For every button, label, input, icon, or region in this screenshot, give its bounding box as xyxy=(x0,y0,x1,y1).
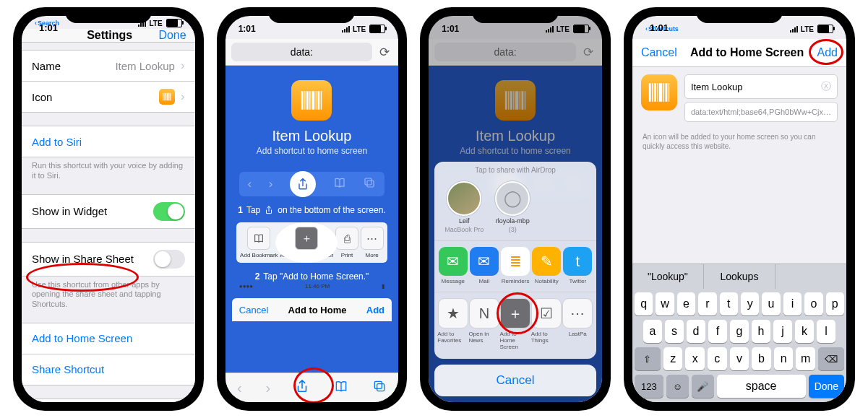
safari-address-bar: data: ⟳ xyxy=(225,39,399,66)
key[interactable]: k xyxy=(795,320,814,343)
key[interactable]: j xyxy=(773,320,792,343)
row-name[interactable]: Name Item Lookup› xyxy=(22,51,195,82)
share-icon[interactable] xyxy=(294,378,310,398)
add-button[interactable]: Add xyxy=(817,46,838,59)
done-button[interactable]: Done xyxy=(158,29,186,42)
name-value: Item Lookup xyxy=(115,60,175,72)
share-app[interactable]: ✉Mail xyxy=(468,247,499,284)
airdrop-target[interactable]: ◯ rloyola-mbp(3) xyxy=(495,181,530,233)
page-title: Add to Home Screen xyxy=(690,46,804,59)
share-icon xyxy=(290,171,316,197)
key[interactable]: v xyxy=(730,347,749,370)
back-icon[interactable]: ‹ xyxy=(237,380,242,396)
space-key[interactable]: space xyxy=(717,375,806,398)
phone-1-settings: ‹ Search LTE 1:01 Settings Done Name Ite… xyxy=(13,7,204,411)
instruction-card: Item Lookup Add shortcut to home screen … xyxy=(225,66,399,373)
bookmarks-icon[interactable] xyxy=(334,379,348,397)
avatar: ◯ xyxy=(495,181,530,216)
show-in-share-sheet[interactable]: Show in Share Sheet xyxy=(22,243,195,276)
share-action[interactable]: ⋯LastPa xyxy=(562,298,593,350)
key[interactable]: f xyxy=(708,320,727,343)
share-action[interactable]: ＋Add to Home Screen xyxy=(500,298,531,350)
avatar xyxy=(447,181,481,216)
key[interactable]: g xyxy=(730,320,749,343)
key[interactable]: w xyxy=(656,292,674,315)
share-action[interactable]: ★Add to Favorites xyxy=(437,298,468,350)
key[interactable]: r xyxy=(698,292,716,315)
cancel-button[interactable]: Cancel xyxy=(641,46,677,59)
share-app[interactable]: ✎Notability xyxy=(531,247,562,284)
helper-note: An icon will be added to your home scree… xyxy=(632,129,846,154)
phone-4-add-to-home: ‹ Shortcuts LTE 1:01 Cancel Add to Home … xyxy=(624,7,855,411)
share-app[interactable]: tTwitter xyxy=(562,247,593,284)
barcode-icon xyxy=(291,80,332,121)
key[interactable]: c xyxy=(708,347,727,370)
key[interactable]: l xyxy=(817,320,835,343)
demo-toolbar: ‹› xyxy=(239,172,384,196)
key[interactable]: h xyxy=(752,320,770,343)
row-icon[interactable]: Icon › xyxy=(22,82,195,112)
sharesheet-footnote: Use this shortcut from other apps by ope… xyxy=(22,277,195,310)
backspace-key[interactable]: ⌫ xyxy=(818,347,844,370)
key[interactable]: q xyxy=(635,292,653,315)
shift-key[interactable]: ⇧ xyxy=(635,347,661,370)
keyboard-suggestions[interactable]: "Lookup" Lookups xyxy=(632,264,846,289)
share-sheet: Tap to share with AirDrop LeifMacBook Pr… xyxy=(434,162,596,359)
barcode-icon xyxy=(641,74,677,110)
safari-toolbar: ‹ › xyxy=(225,373,399,402)
key[interactable]: p xyxy=(826,292,844,315)
import-questions[interactable]: Import Questions› xyxy=(22,399,195,402)
add-to-siri[interactable]: Add to Siri xyxy=(22,126,195,157)
show-in-widget[interactable]: Show in Widget xyxy=(22,195,195,228)
widget-switch[interactable] xyxy=(153,202,185,221)
key[interactable]: z xyxy=(663,347,683,370)
step-1: 1Tap on the bottom of the screen. xyxy=(238,205,385,215)
key[interactable]: s xyxy=(665,320,684,343)
tabs-icon[interactable] xyxy=(372,379,387,397)
barcode-icon xyxy=(159,89,175,105)
page-title: Settings xyxy=(87,29,132,42)
key[interactable]: i xyxy=(783,292,802,315)
clear-icon[interactable]: ⓧ xyxy=(821,80,831,93)
url-field[interactable]: data: xyxy=(231,43,373,61)
url-display: data:text/html;base64,PGh0bWw+Cjx… xyxy=(684,102,838,122)
key[interactable]: x xyxy=(685,347,705,370)
key[interactable]: e xyxy=(677,292,695,315)
share-app[interactable]: ≣Reminders xyxy=(500,247,531,284)
keyboard[interactable]: qwertyuiop asdfghjkl ⇧zxcvbnm⌫ 123 ☺ 🎤 s… xyxy=(632,289,846,402)
share-shortcut[interactable]: Share Shortcut xyxy=(22,354,195,385)
sharesheet-switch[interactable] xyxy=(153,250,185,269)
key[interactable]: t xyxy=(720,292,738,315)
airdrop-caption: Tap to share with AirDrop xyxy=(434,162,596,178)
key[interactable]: a xyxy=(643,320,662,343)
step-2: 2Tap "Add to Home Screen." xyxy=(255,271,369,282)
add-to-home-screen[interactable]: Add to Home Screen xyxy=(22,323,195,354)
demo-status: ●●●●11:46 PM▮ xyxy=(232,282,392,289)
key[interactable]: o xyxy=(804,292,822,315)
airdrop-target[interactable]: LeifMacBook Pro xyxy=(444,181,484,233)
card-title: Item Lookup xyxy=(272,128,351,144)
key[interactable]: y xyxy=(741,292,759,315)
mic-key[interactable]: 🎤 xyxy=(692,375,714,398)
forward-icon[interactable]: › xyxy=(266,380,271,396)
name-input[interactable]: Item Lookup ⓧ xyxy=(684,74,838,99)
key[interactable]: d xyxy=(687,320,705,343)
phone-2-safari-instructions: 1:01 LTE data: ⟳ Item Lookup Add shortcu… xyxy=(217,7,408,411)
share-action[interactable]: NOpen in News xyxy=(468,298,499,350)
nav-header: Cancel Add to Home Screen Add xyxy=(632,39,846,67)
reload-icon[interactable]: ⟳ xyxy=(377,45,392,60)
demo-navbar: Cancel Add to Home Add xyxy=(232,298,392,321)
key[interactable]: n xyxy=(774,347,794,370)
key[interactable]: u xyxy=(762,292,780,315)
card-subtitle: Add shortcut to home screen xyxy=(257,146,367,156)
emoji-key[interactable]: ☺ xyxy=(666,375,689,398)
share-action[interactable]: ☑Add to Things xyxy=(531,298,562,350)
siri-footnote: Run this shortcut with your voice by add… xyxy=(22,157,195,181)
key[interactable]: m xyxy=(796,347,815,370)
numbers-key[interactable]: 123 xyxy=(635,375,663,398)
share-app[interactable]: ✉Message xyxy=(437,247,468,284)
cancel-button[interactable]: Cancel xyxy=(434,365,596,396)
done-key[interactable]: Done xyxy=(809,375,844,398)
key[interactable]: b xyxy=(752,347,771,370)
demo-share-row: Add Bookmark ＋Add to Home Screen ⎙Print … xyxy=(236,222,387,263)
